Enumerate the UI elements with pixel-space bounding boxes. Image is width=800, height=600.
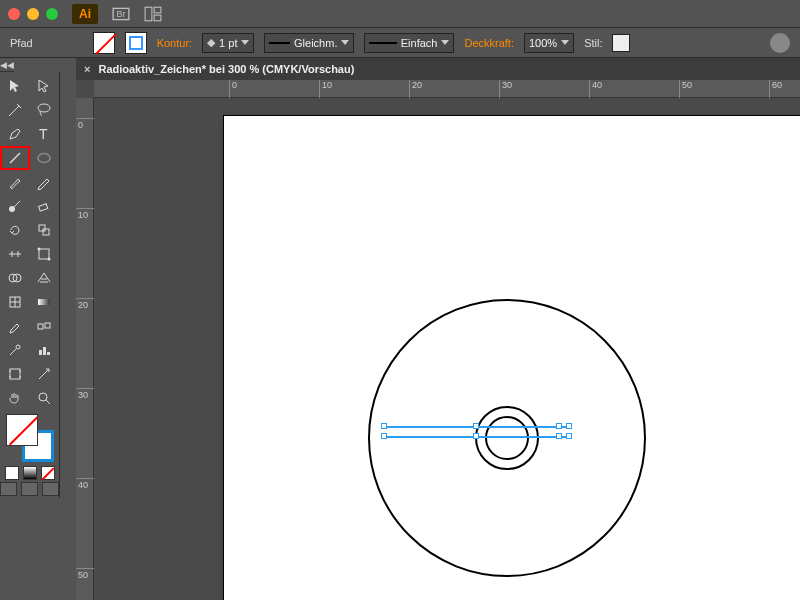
line-segment-tool[interactable] — [0, 146, 30, 170]
width-tool[interactable] — [0, 242, 30, 266]
app-badge: Ai — [72, 4, 98, 24]
svg-rect-2 — [145, 7, 152, 21]
type-tool[interactable]: T — [30, 122, 60, 146]
maximize-window-icon[interactable] — [46, 8, 58, 20]
draw-behind-icon[interactable] — [21, 482, 38, 496]
pen-tool[interactable] — [0, 122, 30, 146]
document-tab-title: Radioaktiv_Zeichen* bei 300 % (CMYK/Vors… — [98, 63, 354, 75]
close-window-icon[interactable] — [8, 8, 20, 20]
fill-stroke-indicator[interactable] — [6, 414, 54, 462]
canvas[interactable]: Abbildung: 16 — [94, 98, 800, 600]
svg-rect-11 — [39, 225, 45, 231]
gradient-tool[interactable] — [30, 290, 60, 314]
svg-line-7 — [10, 153, 20, 163]
blend-tool[interactable] — [30, 314, 60, 338]
selection-handle[interactable] — [566, 423, 572, 429]
slice-tool[interactable] — [30, 362, 60, 386]
minimize-window-icon[interactable] — [27, 8, 39, 20]
svg-rect-20 — [38, 324, 43, 329]
svg-point-27 — [39, 393, 47, 401]
stroke-label: Kontur: — [157, 37, 192, 49]
draw-normal-icon[interactable] — [0, 482, 17, 496]
svg-point-14 — [38, 248, 41, 251]
selection-handle[interactable] — [381, 423, 387, 429]
style-swatch[interactable] — [612, 34, 630, 52]
artboard-tool[interactable] — [0, 362, 30, 386]
svg-rect-4 — [154, 15, 161, 21]
titlebar: Ai Br — [0, 0, 800, 28]
eyedropper-tool[interactable] — [0, 314, 30, 338]
panel-collapse-icon[interactable]: ◀◀ — [0, 58, 14, 72]
lasso-tool[interactable] — [30, 98, 60, 122]
selection-handle[interactable] — [556, 433, 562, 439]
zoom-tool[interactable] — [30, 386, 60, 410]
rotate-tool[interactable] — [0, 218, 30, 242]
magic-wand-tool[interactable] — [0, 98, 30, 122]
ruler-tick: 20 — [76, 298, 94, 310]
close-tab-icon[interactable]: × — [84, 63, 90, 75]
selection-type-label: Pfad — [10, 37, 33, 49]
svg-rect-24 — [43, 347, 46, 355]
stroke-profile-dropdown-2[interactable]: Einfach — [364, 33, 454, 53]
direct-selection-tool[interactable] — [30, 74, 60, 98]
ruler-tick: 30 — [76, 388, 94, 400]
opacity-dropdown[interactable]: 100% — [524, 33, 574, 53]
selection-tool[interactable] — [0, 74, 30, 98]
stroke-weight-dropdown[interactable]: ◆1 pt — [202, 33, 254, 53]
window-controls — [8, 8, 58, 20]
free-transform-tool[interactable] — [30, 242, 60, 266]
stroke-profile-dropdown-1[interactable]: Gleichm. — [264, 33, 354, 53]
hand-tool[interactable] — [0, 386, 30, 410]
ruler-tick: 20 — [409, 80, 422, 98]
svg-point-22 — [16, 345, 20, 349]
selection-handle[interactable] — [381, 433, 387, 439]
paintbrush-tool[interactable] — [0, 170, 30, 194]
scale-tool[interactable] — [30, 218, 60, 242]
stroke-profile-1-value: Gleichm. — [294, 37, 337, 49]
fill-swatch[interactable] — [93, 32, 115, 54]
symbol-sprayer-tool[interactable] — [0, 338, 30, 362]
document-area: × Radioaktiv_Zeichen* bei 300 % (CMYK/Vo… — [76, 58, 800, 600]
svg-rect-3 — [154, 7, 161, 13]
svg-text:Br: Br — [117, 9, 126, 19]
stroke-profile-2-value: Einfach — [401, 37, 438, 49]
sync-icon[interactable] — [770, 33, 790, 53]
stroke-swatch[interactable] — [125, 32, 147, 54]
arrange-docs-icon[interactable] — [144, 5, 162, 23]
ruler-tick: 10 — [76, 208, 94, 220]
ruler-tick: 30 — [499, 80, 512, 98]
ellipse-tool[interactable] — [30, 146, 60, 170]
bridge-icon[interactable]: Br — [112, 5, 130, 23]
selection-handle[interactable] — [566, 433, 572, 439]
svg-rect-23 — [39, 350, 42, 355]
document-tab[interactable]: × Radioaktiv_Zeichen* bei 300 % (CMYK/Vo… — [76, 58, 800, 80]
ruler-horizontal[interactable]: 0102030405060 — [94, 80, 800, 98]
ruler-tick: 50 — [76, 568, 94, 580]
eraser-tool[interactable] — [30, 194, 60, 218]
blob-brush-tool[interactable] — [0, 194, 30, 218]
color-mode-none[interactable] — [41, 466, 55, 480]
ruler-tick: 0 — [76, 118, 94, 130]
perspective-grid-tool[interactable] — [30, 266, 60, 290]
ruler-vertical[interactable]: 01020304050 — [76, 98, 94, 600]
mesh-tool[interactable] — [0, 290, 30, 314]
selection-handle[interactable] — [473, 433, 479, 439]
color-mode-gradient[interactable] — [23, 466, 37, 480]
svg-rect-13 — [39, 249, 49, 259]
svg-rect-19 — [38, 299, 50, 305]
column-graph-tool[interactable] — [30, 338, 60, 362]
selection-handle[interactable] — [473, 423, 479, 429]
svg-text:T: T — [39, 126, 48, 142]
pencil-tool[interactable] — [30, 170, 60, 194]
selection-handle[interactable] — [556, 423, 562, 429]
artboard: Abbildung: 16 — [224, 116, 800, 600]
opacity-value: 100% — [529, 37, 557, 49]
color-mode-solid[interactable] — [5, 466, 19, 480]
draw-inside-icon[interactable] — [42, 482, 59, 496]
shape-builder-tool[interactable] — [0, 266, 30, 290]
svg-point-15 — [48, 258, 51, 261]
fill-indicator[interactable] — [6, 414, 38, 446]
stroke-weight-value: 1 pt — [219, 37, 237, 49]
ruler-tick: 50 — [679, 80, 692, 98]
ruler-tick: 40 — [76, 478, 94, 490]
